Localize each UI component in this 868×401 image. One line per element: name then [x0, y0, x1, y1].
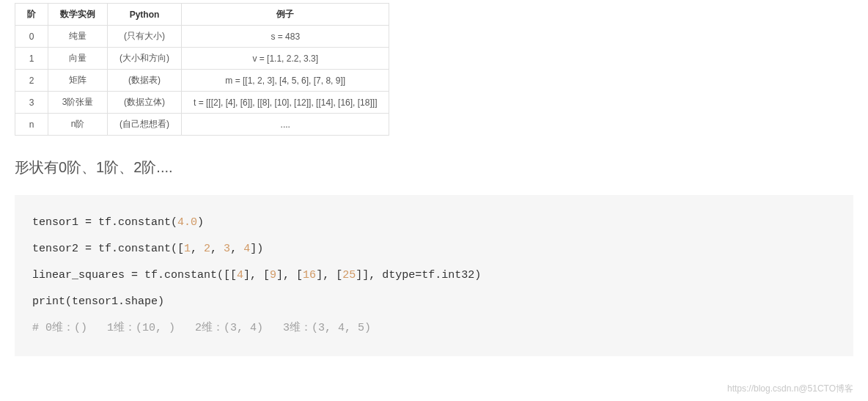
- number-literal: 4.0: [177, 216, 197, 229]
- col-header-example: 例子: [182, 4, 389, 26]
- cell-rank: 2: [15, 70, 48, 92]
- number-literal: 2: [204, 243, 210, 255]
- code-block: tensor1 = tf.constant(4.0) tensor2 = tf.…: [15, 195, 853, 356]
- table-row: 0 纯量 (只有大小) s = 483: [15, 26, 389, 48]
- cell-rank: 0: [15, 26, 48, 48]
- cell-math: 纯量: [48, 26, 108, 48]
- cell-python: (数据立体): [108, 92, 182, 114]
- col-header-rank: 阶: [15, 4, 48, 26]
- table-header-row: 阶 数学实例 Python 例子: [15, 4, 389, 26]
- number-literal: 3: [224, 243, 230, 255]
- code-line-1: tensor1 = tf.constant(4.0): [32, 216, 204, 229]
- cell-rank: 1: [15, 48, 48, 70]
- cell-math: 3阶张量: [48, 92, 108, 114]
- number-literal: 9: [270, 269, 276, 282]
- cell-rank: n: [15, 114, 48, 136]
- cell-math: n阶: [48, 114, 108, 136]
- cell-example: ....: [182, 114, 389, 136]
- number-literal: 16: [303, 269, 316, 282]
- section-heading: 形状有0阶、1阶、2阶....: [15, 158, 853, 177]
- table-row: 2 矩阵 (数据表) m = [[1, 2, 3], [4, 5, 6], [7…: [15, 70, 389, 92]
- number-literal: 4: [243, 243, 250, 255]
- watermark-text: https://blog.csdn.n@51CTO博客: [727, 383, 853, 395]
- cell-example: s = 483: [182, 26, 389, 48]
- document-body: 阶 数学实例 Python 例子 0 纯量 (只有大小) s = 483 1 向…: [0, 3, 868, 356]
- cell-python: (只有大小): [108, 26, 182, 48]
- number-literal: 25: [342, 269, 356, 282]
- col-header-python: Python: [108, 4, 182, 26]
- cell-example: t = [[[2], [4], [6]], [[8], [10], [12]],…: [182, 92, 389, 114]
- number-literal: 4: [237, 269, 243, 282]
- cell-python: (数据表): [108, 70, 182, 92]
- col-header-math: 数学实例: [48, 4, 108, 26]
- code-line-4: print(tensor1.shape): [32, 295, 164, 308]
- tensor-rank-table: 阶 数学实例 Python 例子 0 纯量 (只有大小) s = 483 1 向…: [15, 3, 389, 136]
- table-row: 1 向量 (大小和方向) v = [1.1, 2.2, 3.3]: [15, 48, 389, 70]
- code-line-3: linear_squares = tf.constant([[4], [9], …: [32, 269, 481, 282]
- cell-python: (自己想想看): [108, 114, 182, 136]
- cell-math: 矩阵: [48, 70, 108, 92]
- cell-rank: 3: [15, 92, 48, 114]
- cell-example: v = [1.1, 2.2, 3.3]: [182, 48, 389, 70]
- cell-python: (大小和方向): [108, 48, 182, 70]
- number-literal: 1: [184, 243, 191, 255]
- cell-example: m = [[1, 2, 3], [4, 5, 6], [7, 8, 9]]: [182, 70, 389, 92]
- code-line-2: tensor2 = tf.constant([1, 2, 3, 4]): [32, 243, 263, 255]
- cell-math: 向量: [48, 48, 108, 70]
- table-row: 3 3阶张量 (数据立体) t = [[[2], [4], [6]], [[8]…: [15, 92, 389, 114]
- table-row: n n阶 (自己想想看) ....: [15, 114, 389, 136]
- code-comment: # 0维：() 1维：(10, ) 2维：(3, 4) 3维：(3, 4, 5): [32, 322, 371, 334]
